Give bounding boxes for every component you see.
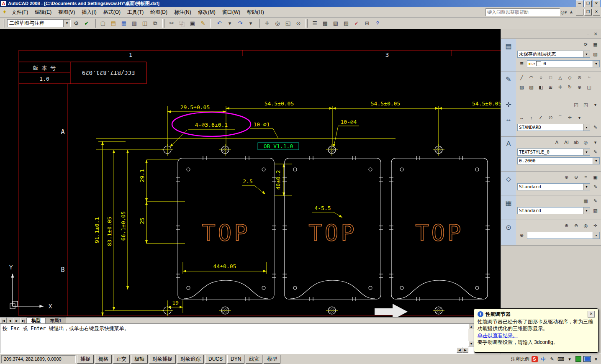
draw-rectangle-button[interactable]: □: [546, 73, 555, 82]
table-panel-icon[interactable]: ▦: [501, 195, 516, 220]
layer-state-manager-icon[interactable]: ▧: [591, 50, 600, 58]
menu-browser-icon[interactable]: ✦: [1, 8, 8, 16]
text-style-arrow-icon[interactable]: ▼: [583, 149, 590, 155]
scroll-right-icon[interactable]: ▶: [462, 347, 468, 353]
lineweight-toggle[interactable]: 线宽: [246, 355, 262, 364]
boundary-button[interactable]: ◧: [537, 83, 545, 91]
layer-combo[interactable]: ● ○ ▪ 0 ▼: [527, 60, 600, 67]
pan-tool-button[interactable]: ✛: [591, 221, 600, 230]
toolbar-grip[interactable]: [162, 19, 164, 28]
menu-view[interactable]: 视图(V): [55, 8, 78, 17]
layer-states-icon[interactable]: ⟳: [581, 40, 590, 49]
menu-modify[interactable]: 修改(M): [195, 8, 219, 17]
command-vscrollbar[interactable]: ▲ ▼: [468, 324, 474, 347]
dim-angular-button[interactable]: ∠: [537, 113, 545, 122]
dashboard-close-icon[interactable]: ✕: [592, 30, 599, 38]
layer-on-bulb-icon[interactable]: ●: [527, 61, 531, 66]
fullscreen-monitor-icon[interactable]: [583, 355, 591, 363]
mleader-align-button[interactable]: ≡: [581, 173, 590, 181]
zoom-in-button[interactable]: ⊕: [562, 221, 571, 230]
text-height-combo[interactable]: 0.2000 ▼: [517, 157, 600, 164]
scroll-left-icon[interactable]: ◀: [457, 347, 462, 353]
status-menu-arrow-icon[interactable]: ▾: [592, 355, 600, 363]
ime-chinese-icon[interactable]: 中: [539, 355, 547, 363]
dim-aligned-button[interactable]: ↕: [527, 113, 536, 122]
sogou-icon[interactable]: S: [531, 355, 538, 363]
toolbar-grip[interactable]: [94, 19, 96, 28]
autocad-app-icon[interactable]: A: [1, 1, 6, 6]
annotation-tool-1-icon[interactable]: ◰: [572, 100, 580, 109]
osnap-toggle[interactable]: 对象捕捉: [149, 355, 176, 364]
tab-layout1[interactable]: 布局1: [45, 318, 66, 323]
toolbar-grip[interactable]: [306, 19, 308, 28]
table-style-manager-icon[interactable]: ▧: [591, 206, 600, 215]
multileader-panel-icon[interactable]: ◇: [501, 172, 516, 195]
undo-dropdown-icon[interactable]: ▾: [225, 18, 235, 28]
menu-insert[interactable]: 插入(I): [78, 8, 100, 17]
tool-palettes-button[interactable]: ▧: [331, 18, 341, 28]
copy-button[interactable]: ⿻: [177, 18, 187, 28]
menu-dimension[interactable]: 标注(N): [171, 8, 195, 17]
table-insert-button[interactable]: ▦: [581, 197, 590, 205]
quickcalc-button[interactable]: ⊞: [362, 18, 372, 28]
mleader-style-arrow-icon[interactable]: ▼: [583, 184, 590, 190]
zoom-out-button[interactable]: ⊖: [572, 221, 580, 230]
draw-point-button[interactable]: ⊙: [575, 73, 584, 82]
menu-edit[interactable]: 编辑(E): [31, 8, 55, 17]
dimension-panel-icon[interactable]: ↔: [501, 112, 516, 136]
properties-button[interactable]: ☰: [310, 18, 320, 28]
drawing-canvas[interactable]: 1 3 A B 版 本 号 1.0 ECC/RT7.821.029: [0, 29, 501, 317]
table-style-combo[interactable]: Standard ▼: [517, 207, 590, 214]
text-style-manager-icon[interactable]: ✎: [591, 148, 600, 156]
workspace-combo-arrow-icon[interactable]: ▼: [63, 20, 70, 27]
menu-draw[interactable]: 绘图(D): [147, 8, 171, 17]
annotation-scale-icon[interactable]: ✛: [501, 99, 516, 112]
draw-spline-button[interactable]: ≈: [585, 73, 593, 82]
spell-check-button[interactable]: ab: [572, 138, 580, 146]
coordinates-display[interactable]: 209.3744, 282.1809, 0.0000: [1, 355, 76, 363]
named-view-arrow-icon[interactable]: ▼: [593, 232, 599, 238]
close-button[interactable]: ✕: [593, 0, 600, 7]
table-edit-button[interactable]: ✎: [591, 197, 600, 205]
grid-toggle[interactable]: 栅格: [95, 355, 112, 364]
menu-window[interactable]: 窗口(W): [219, 8, 244, 17]
mleader-add-button[interactable]: ⊕: [562, 173, 571, 181]
mleader-collect-button[interactable]: ▣: [591, 173, 600, 181]
status-green-icon[interactable]: [575, 355, 582, 363]
mtext-button[interactable]: A: [552, 138, 561, 146]
zoom-extents-button[interactable]: ◎: [581, 221, 590, 230]
offset-button[interactable]: ⊕: [575, 83, 584, 91]
model-toggle[interactable]: 模型: [264, 355, 280, 364]
rotate-button[interactable]: ↻: [565, 83, 574, 91]
text-more-arrow-icon[interactable]: ▾: [591, 138, 600, 146]
navigation-panel-icon[interactable]: ⊙: [501, 220, 516, 245]
named-view-combo[interactable]: ▼: [527, 232, 600, 239]
text-height-arrow-icon[interactable]: ▼: [593, 158, 599, 164]
tab-prev-button[interactable]: ◀: [7, 318, 13, 323]
dim-more-arrow-icon[interactable]: ▾: [575, 113, 584, 122]
dim-radius-button[interactable]: ⌒: [556, 113, 565, 122]
publish-button[interactable]: ⧉: [150, 18, 160, 28]
dim-style-manager-icon[interactable]: ✎: [591, 123, 600, 131]
move-button[interactable]: ✛: [556, 83, 565, 91]
zoom-previous-button[interactable]: ⊙: [293, 18, 303, 28]
gradient-button[interactable]: ▧: [527, 83, 536, 91]
maximize-button[interactable]: ❐: [584, 0, 592, 7]
menu-help[interactable]: 帮助(H): [244, 8, 267, 17]
workspace-save-icon[interactable]: ✔: [82, 18, 92, 28]
draw-polygon-button[interactable]: △: [556, 73, 565, 82]
layers-panel-icon[interactable]: ▤: [501, 39, 516, 72]
layer-state-combo[interactable]: 未保存的图层状态 ▼: [517, 51, 590, 58]
mirror-button[interactable]: ◫: [585, 83, 593, 91]
tray-chevron-icon[interactable]: ▾: [566, 355, 573, 363]
draw-panel-icon[interactable]: ✎: [501, 72, 516, 99]
mleader-style-combo[interactable]: Standard ▼: [517, 183, 590, 190]
table-style-arrow-icon[interactable]: ▼: [583, 208, 590, 214]
toolbar-grip[interactable]: [3, 19, 5, 28]
find-text-button[interactable]: ◎: [581, 138, 590, 146]
layer-freeze-icon[interactable]: ○: [531, 61, 534, 66]
minimize-button[interactable]: ─: [576, 0, 583, 7]
hatch-button[interactable]: ▨: [517, 83, 526, 91]
draw-arc-button[interactable]: ◠: [527, 73, 536, 82]
doc-close-button[interactable]: ✕: [593, 9, 600, 15]
